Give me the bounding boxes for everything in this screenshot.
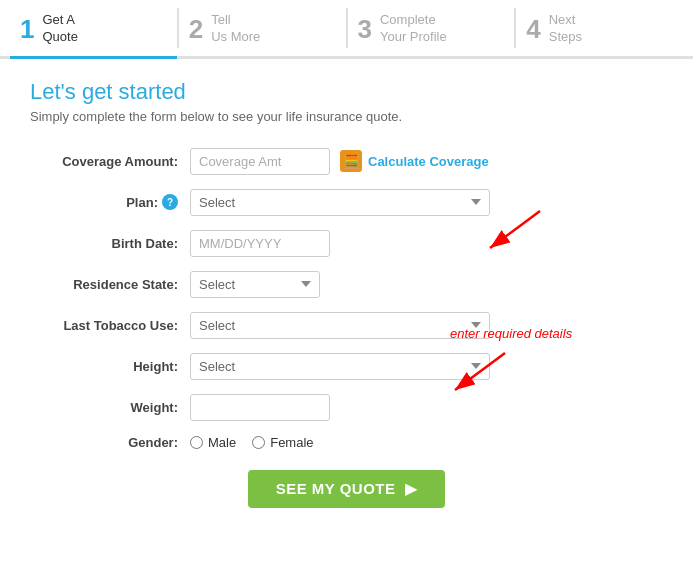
birthdate-input[interactable] <box>190 230 330 257</box>
coverage-row: Coverage Amount: 🧮 Calculate Coverage <box>30 148 663 175</box>
plan-select[interactable]: Select <box>190 189 490 216</box>
plan-label: Plan: ? <box>30 194 190 210</box>
plan-label-text: Plan: <box>126 195 158 210</box>
calculate-coverage-label: Calculate Coverage <box>368 154 489 169</box>
gender-female-radio[interactable] <box>252 436 265 449</box>
gender-male-label: Male <box>208 435 236 450</box>
main-content: Let's get started Simply complete the fo… <box>0 59 693 528</box>
birthdate-label: Birth Date: <box>30 236 190 251</box>
coverage-label: Coverage Amount: <box>30 154 190 169</box>
arrow-1 <box>470 206 550 256</box>
step-4[interactable]: 4 NextSteps <box>516 0 683 59</box>
submit-label: SEE MY QUOTE ▶ <box>276 480 418 498</box>
arrow-2 <box>440 348 520 398</box>
gender-female-label: Female <box>270 435 313 450</box>
tobacco-select[interactable]: Select <box>190 312 490 339</box>
weight-label: Weight: <box>30 400 190 415</box>
state-row: Residence State: Select <box>30 271 663 298</box>
height-row: Height: Select <box>30 353 663 380</box>
state-label: Residence State: <box>30 277 190 292</box>
step-2-label: TellUs More <box>211 12 260 46</box>
page-subtitle: Simply complete the form below to see yo… <box>30 109 663 124</box>
step-1-label: Get AQuote <box>42 12 77 46</box>
gender-radio-group: Male Female <box>190 435 314 450</box>
weight-row: Weight: <box>30 394 663 421</box>
gender-row: Gender: Male Female <box>30 435 663 450</box>
gender-label: Gender: <box>30 435 190 450</box>
gender-female-option[interactable]: Female <box>252 435 313 450</box>
page-title: Let's get started <box>30 79 663 105</box>
form-container: Coverage Amount: 🧮 Calculate Coverage Pl… <box>30 148 663 450</box>
annotation-text: enter required details <box>450 326 572 341</box>
tobacco-label: Last Tobacco Use: <box>30 318 190 333</box>
step-1-number: 1 <box>20 16 34 42</box>
stepper: 1 Get AQuote 2 TellUs More 3 CompleteYou… <box>0 0 693 59</box>
plan-row: Plan: ? Select <box>30 189 663 216</box>
step-3-number: 3 <box>358 16 372 42</box>
state-select[interactable]: Select <box>190 271 320 298</box>
step-2-number: 2 <box>189 16 203 42</box>
step-4-number: 4 <box>526 16 540 42</box>
submit-button[interactable]: SEE MY QUOTE ▶ <box>248 470 446 508</box>
calculate-coverage-button[interactable]: 🧮 Calculate Coverage <box>340 150 489 172</box>
birthdate-row: Birth Date: <box>30 230 663 257</box>
step-3-label: CompleteYour Profile <box>380 12 447 46</box>
step-2[interactable]: 2 TellUs More <box>179 0 346 59</box>
step-3[interactable]: 3 CompleteYour Profile <box>348 0 515 59</box>
gender-male-radio[interactable] <box>190 436 203 449</box>
calculator-icon: 🧮 <box>340 150 362 172</box>
step-4-label: NextSteps <box>549 12 582 46</box>
step-1[interactable]: 1 Get AQuote <box>10 0 177 59</box>
coverage-input[interactable] <box>190 148 330 175</box>
height-label: Height: <box>30 359 190 374</box>
plan-help-icon[interactable]: ? <box>162 194 178 210</box>
submit-row: SEE MY QUOTE ▶ <box>30 470 663 508</box>
weight-input[interactable] <box>190 394 330 421</box>
gender-male-option[interactable]: Male <box>190 435 236 450</box>
